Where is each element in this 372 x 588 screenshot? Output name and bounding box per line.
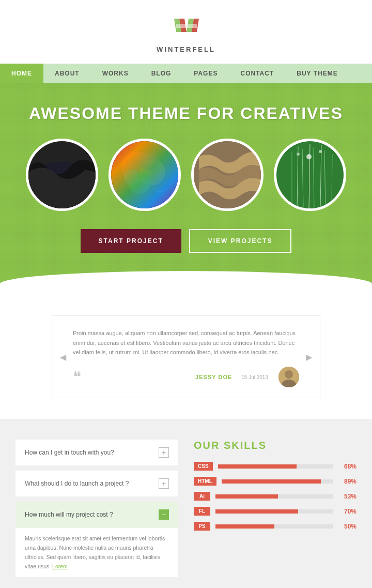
faq-column: How can I get in touch with you? + What … [16, 440, 178, 582]
view-projects-button[interactable]: VIEW PROJECTS [189, 229, 292, 253]
testimonial-next-button[interactable]: ▶ [306, 352, 312, 361]
logo-icon [171, 16, 202, 41]
hero-buttons: START PROJECT VIEW PROJECTS [16, 229, 357, 253]
faq-toggle-1[interactable]: + [159, 447, 169, 458]
svg-point-24 [319, 150, 322, 153]
skill-css-bar-bg [218, 464, 333, 469]
skill-html: HTML 89% [194, 477, 357, 486]
faq-answer-text: Mauris scelerisque erat sit amet est fer… [25, 535, 165, 569]
skill-ps-pct: 50% [338, 523, 357, 530]
skill-ps-bar [215, 524, 274, 529]
faq-item-2[interactable]: What should I do to launch a project ? + [16, 471, 178, 496]
testimonial-avatar [278, 367, 299, 387]
skills-title: OUR SKILLS [194, 440, 357, 451]
faq-toggle-2[interactable]: + [159, 478, 169, 489]
faq-lorem-link[interactable]: Lorem [52, 563, 68, 569]
skill-ai: Ai 53% [194, 492, 357, 501]
hero-title: AWESOME THEME FOR CREATIVES [16, 104, 357, 123]
skill-css-label: CSS [194, 462, 213, 471]
testimonial-date: 15 Jul 2013 [241, 374, 268, 380]
header: WINTERFELL [0, 0, 372, 64]
quote-icon: ❝ [73, 369, 81, 385]
svg-point-23 [306, 154, 312, 159]
faq-question-1[interactable]: How can I get in touch with you? + [16, 440, 178, 465]
svg-point-9 [140, 159, 165, 185]
faq-question-1-text: How can I get in touch with you? [25, 449, 114, 456]
nav-pages[interactable]: PAGES [182, 64, 229, 83]
skill-fl: FL 70% [194, 507, 357, 516]
skill-fl-bar [215, 509, 298, 514]
skill-fl-label: FL [194, 507, 210, 516]
hero-circle-3 [191, 139, 264, 211]
testimonial-box: ◀ Proin massa augue, aliquam non ullamco… [52, 315, 320, 398]
skill-ai-label: Ai [194, 492, 210, 501]
skill-ai-pct: 53% [338, 493, 357, 500]
nav-contact[interactable]: CONTACT [229, 64, 285, 83]
svg-rect-4 [176, 24, 197, 28]
skill-ai-bar-bg [215, 494, 333, 499]
hero-circle-2 [109, 139, 181, 211]
skill-ps-label: PS [194, 522, 210, 531]
skill-html-bar-bg [222, 479, 333, 484]
faq-item-3[interactable]: How much will my project cost ? − Mauris… [16, 502, 178, 577]
faq-question-2-text: What should I do to launch a project ? [25, 480, 129, 487]
testimonial-author: JESSY DOE [195, 374, 232, 380]
svg-point-8 [121, 152, 152, 183]
skill-html-label: HTML [194, 477, 216, 486]
skill-fl-pct: 70% [338, 508, 357, 515]
faq-item-1[interactable]: How can I get in touch with you? + [16, 440, 178, 465]
testimonial-text: Proin massa augue, aliquam non ullamcorp… [73, 328, 299, 357]
hero-circle-4 [274, 139, 346, 211]
faq-question-2[interactable]: What should I do to launch a project ? + [16, 471, 178, 496]
skill-css-pct: 68% [338, 463, 357, 470]
svg-point-11 [141, 153, 159, 171]
testimonial-footer: ❝ JESSY DOE 15 Jul 2013 [73, 367, 299, 387]
svg-point-12 [124, 170, 140, 185]
skills-column: OUR SKILLS CSS 68% HTML 89% Ai 53% FL [194, 440, 357, 582]
hero-circles [16, 139, 357, 211]
nav-buy-theme[interactable]: BUY THEME [285, 64, 349, 83]
skill-ai-bar [215, 494, 278, 499]
skill-ps: PS 50% [194, 522, 357, 531]
skill-fl-bar-bg [215, 509, 333, 514]
testimonial-section: ◀ Proin massa augue, aliquam non ullamco… [0, 284, 372, 419]
skill-ps-bar-bg [215, 524, 333, 529]
nav-home[interactable]: HOME [0, 64, 43, 83]
start-project-button[interactable]: START PROJECT [81, 229, 181, 253]
testimonial-prev-button[interactable]: ◀ [60, 352, 66, 361]
nav-blog[interactable]: BLOG [140, 64, 183, 83]
faq-answer-3: Mauris scelerisque erat sit amet est fer… [16, 527, 178, 577]
svg-point-27 [285, 370, 293, 379]
hero-circle-1 [26, 139, 98, 211]
faq-question-3-text: How much will my project cost ? [25, 511, 113, 518]
faq-skills-section: How can I get in touch with you? + What … [0, 419, 372, 588]
svg-point-25 [297, 153, 300, 156]
nav-about[interactable]: ABOUT [43, 64, 91, 83]
svg-point-10 [128, 171, 151, 194]
svg-point-7 [111, 141, 178, 208]
faq-question-3[interactable]: How much will my project cost ? − [16, 502, 178, 527]
skill-html-bar [222, 479, 321, 484]
nav-works[interactable]: WORKS [91, 64, 140, 83]
skill-html-pct: 89% [338, 478, 357, 485]
skill-css-bar [218, 464, 297, 469]
brand-name: WINTERFELL [0, 46, 372, 53]
navigation: HOME ABOUT WORKS BLOG PAGES CONTACT BUY … [0, 64, 372, 83]
hero-section: AWESOME THEME FOR CREATIVES [0, 83, 372, 284]
faq-toggle-3[interactable]: − [159, 509, 169, 520]
skill-css: CSS 68% [194, 462, 357, 471]
